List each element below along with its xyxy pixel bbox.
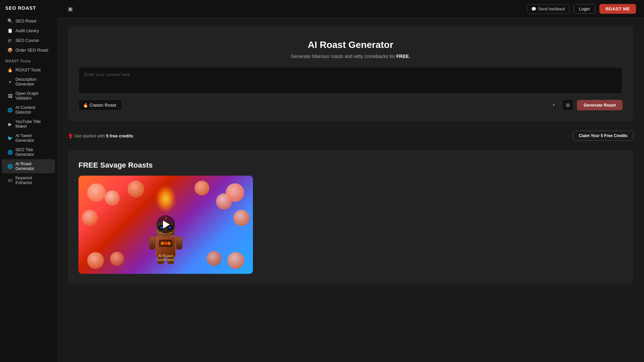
credits-text: 🥊 Get started with 5 free credits	[68, 133, 133, 138]
crowd-face-6	[195, 181, 209, 195]
svg-point-3	[161, 242, 164, 245]
roast-generator-card: AI Roast Generator Generate hilarious ro…	[68, 26, 633, 121]
sidebar-icon-open-graph-validator: 🖼	[7, 94, 13, 99]
video-bg: AI Roast Generator	[78, 176, 253, 274]
sidebar-item-youtube-title-maker[interactable]: ▶YouTube Title Maker	[2, 117, 55, 131]
sidebar-tools-nav: 🔥ROAST Tools≡Description Generator🖼Open …	[0, 65, 57, 187]
crowd-face-8	[110, 252, 124, 266]
svg-point-4	[164, 242, 167, 245]
credits-bar: 🥊 Get started with 5 free credits Claim …	[68, 127, 633, 145]
svg-rect-14	[162, 235, 169, 237]
crowd-face-12	[233, 210, 250, 226]
select-arrow-icon: ▼	[552, 103, 555, 107]
crowd-face-9	[227, 252, 244, 269]
sidebar-icon-audit-library: 📋	[7, 28, 13, 33]
crowd-face-5	[216, 193, 232, 209]
roast-me-button[interactable]: ROAST ME	[599, 4, 636, 14]
clear-button[interactable]: ⊠	[562, 99, 574, 111]
sidebar-toggle-icon: ▣	[68, 6, 73, 12]
send-feedback-button[interactable]: 💬 Send feedback	[527, 4, 570, 14]
sidebar-label-keyword-extractor: Keyword Extractor	[15, 176, 50, 185]
header-left: ▣	[65, 4, 75, 13]
play-button[interactable]	[156, 215, 175, 234]
flame-glow	[156, 185, 176, 212]
sidebar-label-ai-roast-generator: AI Roast Generator	[15, 162, 50, 171]
sidebar-icon-seo-course: 🎓	[7, 38, 13, 43]
sidebar-icon-youtube-title-maker: ▶	[7, 122, 13, 127]
sidebar-label-seo-title-generator: SEO Title Generator	[15, 147, 50, 157]
sidebar-item-order-seo-roast[interactable]: 📦Order SEO Roast	[2, 45, 55, 55]
sidebar-item-open-graph-validator[interactable]: 🖼Open Graph Validator	[2, 89, 55, 103]
savage-roasts-section: FREE Savage Roasts	[68, 150, 633, 285]
sidebar-label-ai-content-detector: AI Content Detector	[15, 105, 50, 115]
free-label: FREE.	[396, 54, 410, 59]
sidebar-icon-order-seo-roast: 📦	[7, 48, 13, 53]
sidebar-item-ai-content-detector[interactable]: 🌐AI Content Detector	[2, 103, 55, 117]
feedback-label: Send feedback	[538, 7, 565, 11]
app-header: ▣ 💬 Send feedback Login ROAST ME	[57, 0, 644, 18]
roast-tools-section-label: ROAST Tools	[0, 55, 57, 65]
play-triangle-icon	[163, 221, 170, 229]
page-content: AI Roast Generator Generate hilarious ro…	[57, 18, 644, 362]
crowd-face-1	[87, 183, 106, 202]
sidebar-item-description-generator[interactable]: ≡Description Generator	[2, 75, 55, 89]
sidebar-label-audit-library: Audit Library	[15, 28, 39, 33]
sidebar-item-roast-tools[interactable]: 🔥ROAST Tools	[2, 65, 55, 75]
sidebar: SEO ROAST 🔍SEO Roast📋Audit Library🎓SEO C…	[0, 0, 57, 362]
sidebar-icon-ai-tweet-generator: 🐦	[7, 136, 13, 141]
watermark-line2: Generator	[157, 258, 175, 262]
roast-type-select-wrapper: 🔥 Classic Roast 😈 Savage Roast 😄 Friendl…	[78, 100, 559, 111]
content-textarea[interactable]	[78, 67, 623, 94]
sidebar-label-order-seo-roast: Order SEO Roast	[15, 48, 48, 53]
svg-rect-20	[176, 237, 182, 249]
sidebar-icon-description-generator: ≡	[7, 79, 13, 84]
login-button[interactable]: Login	[574, 4, 596, 14]
clear-icon: ⊠	[566, 102, 570, 108]
sidebar-item-seo-course[interactable]: 🎓SEO Course	[2, 36, 55, 45]
savage-section-title: FREE Savage Roasts	[78, 161, 623, 170]
video-watermark: AI Roast Generator	[157, 254, 175, 262]
sidebar-label-open-graph-validator: Open Graph Validator	[15, 91, 50, 101]
claim-credits-button[interactable]: Claim Your 5 Free Credits	[573, 131, 633, 141]
feedback-icon: 💬	[531, 7, 536, 11]
sidebar-top-nav: 🔍SEO Roast📋Audit Library🎓SEO Course📦Orde…	[0, 16, 57, 55]
roast-card-subtitle: Generate hilarious roasts and witty come…	[78, 54, 623, 59]
sidebar-icon-ai-roast-generator: 🌐	[7, 164, 13, 169]
crowd-face-3	[127, 181, 144, 197]
sidebar-label-seo-roast: SEO Roast	[15, 19, 37, 23]
sidebar-icon-keyword-extractor: 🏷	[7, 178, 13, 183]
svg-rect-18	[149, 237, 155, 249]
sidebar-item-seo-roast[interactable]: 🔍SEO Roast	[2, 16, 55, 26]
sidebar-label-description-generator: Description Generator	[15, 77, 50, 86]
crowd-face-11	[82, 210, 98, 226]
main-area: ▣ 💬 Send feedback Login ROAST ME AI Roas…	[57, 0, 644, 362]
sidebar-label-ai-tweet-generator: AI Tweet Generator	[15, 133, 50, 143]
sidebar-label-roast-tools: ROAST Tools	[15, 68, 41, 72]
crowd-face-2	[105, 190, 120, 205]
crowd-face-10	[207, 251, 221, 266]
brand-logo: SEO ROAST	[0, 5, 57, 16]
sidebar-item-ai-roast-generator[interactable]: 🌐AI Roast Generator	[2, 159, 55, 173]
svg-point-5	[167, 242, 171, 245]
sidebar-label-seo-course: SEO Course	[15, 38, 39, 43]
sidebar-item-keyword-extractor[interactable]: 🏷Keyword Extractor	[2, 173, 55, 187]
header-right: 💬 Send feedback Login ROAST ME	[527, 4, 636, 14]
sidebar-item-audit-library[interactable]: 📋Audit Library	[2, 26, 55, 36]
roast-card-title: AI Roast Generator	[78, 40, 623, 50]
roast-controls: 🔥 Classic Roast 😈 Savage Roast 😄 Friendl…	[78, 99, 623, 111]
credits-amount: 5 free credits	[106, 133, 133, 138]
sidebar-toggle-button[interactable]: ▣	[65, 4, 75, 13]
sidebar-item-ai-tweet-generator[interactable]: 🐦AI Tweet Generator	[2, 131, 55, 145]
sidebar-label-youtube-title-maker: YouTube Title Maker	[15, 119, 50, 129]
crowd-face-7	[87, 252, 104, 269]
watermark-line1: AI Roast	[157, 254, 175, 258]
sidebar-icon-seo-roast: 🔍	[7, 18, 13, 23]
roast-type-select[interactable]: 🔥 Classic Roast 😈 Savage Roast 😄 Friendl…	[78, 100, 122, 111]
sidebar-icon-seo-title-generator: 🌐	[7, 150, 13, 155]
sidebar-icon-roast-tools: 🔥	[7, 67, 13, 72]
sidebar-item-seo-title-generator[interactable]: 🌐SEO Title Generator	[2, 145, 55, 159]
sidebar-icon-ai-content-detector: 🌐	[7, 108, 13, 113]
video-thumbnail[interactable]: AI Roast Generator	[78, 176, 253, 274]
generate-roast-button[interactable]: Generate Roast	[577, 100, 623, 110]
